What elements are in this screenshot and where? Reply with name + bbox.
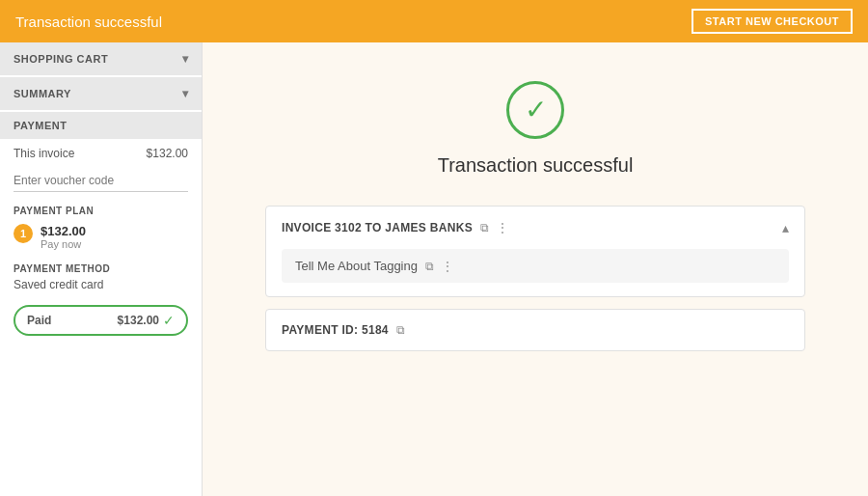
paid-badge: Paid $132.00 ✓ bbox=[14, 305, 188, 336]
paid-amount: $132.00 bbox=[118, 314, 159, 327]
sidebar: SHOPPING CART ▾ SUMMARY ▾ PAYMENT This i… bbox=[0, 42, 203, 496]
paid-label: Paid bbox=[27, 314, 51, 327]
invoice-label: This invoice bbox=[14, 147, 74, 160]
invoice-card-title: INVOICE 3102 TO JAMES BANKS bbox=[282, 221, 473, 234]
invoice-chevron-up-icon: ▴ bbox=[782, 220, 789, 235]
main-content: ✓ Transaction successful INVOICE 3102 TO… bbox=[203, 42, 868, 496]
invoice-card-title-row: INVOICE 3102 TO JAMES BANKS ⧉ ⋮ bbox=[282, 221, 508, 234]
payment-label-text: PAYMENT bbox=[14, 120, 67, 131]
payment-id-text: PAYMENT ID: 5184 bbox=[282, 323, 389, 337]
cards-container: INVOICE 3102 TO JAMES BANKS ⧉ ⋮ ▴ Tell M… bbox=[265, 206, 805, 351]
shopping-cart-label: SHOPPING CART bbox=[14, 53, 108, 65]
sub-item-share-icon[interactable]: ⋮ bbox=[442, 260, 453, 273]
voucher-input[interactable] bbox=[14, 170, 188, 192]
start-new-checkout-button[interactable]: START NEW CHECKOUT bbox=[692, 9, 853, 34]
payment-id-card: PAYMENT ID: 5184 ⧉ bbox=[265, 309, 805, 351]
main-layout: SHOPPING CART ▾ SUMMARY ▾ PAYMENT This i… bbox=[0, 42, 868, 496]
plan-number-badge: 1 bbox=[14, 224, 33, 243]
invoice-external-link-icon[interactable]: ⧉ bbox=[480, 221, 489, 234]
paid-check-icon: ✓ bbox=[163, 313, 175, 328]
payment-method-value: Saved credit card bbox=[14, 278, 188, 291]
sub-item: Tell Me About Tagging ⧉ ⋮ bbox=[282, 249, 789, 283]
invoice-amount: $132.00 bbox=[147, 147, 188, 160]
sub-item-external-link-icon[interactable]: ⧉ bbox=[425, 260, 434, 273]
plan-pay-now: Pay now bbox=[41, 238, 86, 250]
sub-item-label: Tell Me About Tagging bbox=[295, 259, 418, 273]
invoice-row: This invoice $132.00 bbox=[14, 147, 188, 160]
shopping-cart-chevron-icon: ▾ bbox=[182, 52, 189, 66]
shopping-cart-section[interactable]: SHOPPING CART ▾ bbox=[0, 42, 202, 75]
summary-label: SUMMARY bbox=[14, 88, 71, 99]
plan-amount: $132.00 bbox=[41, 224, 86, 238]
summary-chevron-icon: ▾ bbox=[182, 87, 189, 100]
plan-details: $132.00 Pay now bbox=[41, 224, 86, 250]
success-icon-circle: ✓ bbox=[506, 81, 564, 139]
paid-amount-row: $132.00 ✓ bbox=[118, 313, 175, 328]
payment-section-header: PAYMENT bbox=[0, 112, 202, 139]
payment-method-label: PAYMENT METHOD bbox=[14, 263, 188, 274]
payment-plan-row: 1 $132.00 Pay now bbox=[14, 224, 188, 250]
payment-id-external-link-icon[interactable]: ⧉ bbox=[396, 323, 405, 337]
invoice-card: INVOICE 3102 TO JAMES BANKS ⧉ ⋮ ▴ Tell M… bbox=[265, 206, 805, 297]
payment-plan-label: PAYMENT PLAN bbox=[14, 206, 188, 216]
invoice-card-header[interactable]: INVOICE 3102 TO JAMES BANKS ⧉ ⋮ ▴ bbox=[266, 207, 804, 249]
invoice-share-icon[interactable]: ⋮ bbox=[497, 221, 508, 234]
success-title: Transaction successful bbox=[438, 154, 634, 177]
invoice-card-body: Tell Me About Tagging ⧉ ⋮ bbox=[266, 249, 804, 296]
header-title: Transaction successful bbox=[15, 14, 162, 30]
summary-section[interactable]: SUMMARY ▾ bbox=[0, 77, 202, 110]
success-checkmark-icon: ✓ bbox=[525, 96, 547, 124]
payment-body: This invoice $132.00 PAYMENT PLAN 1 $132… bbox=[0, 139, 202, 336]
header: Transaction successful START NEW CHECKOU… bbox=[0, 0, 868, 42]
